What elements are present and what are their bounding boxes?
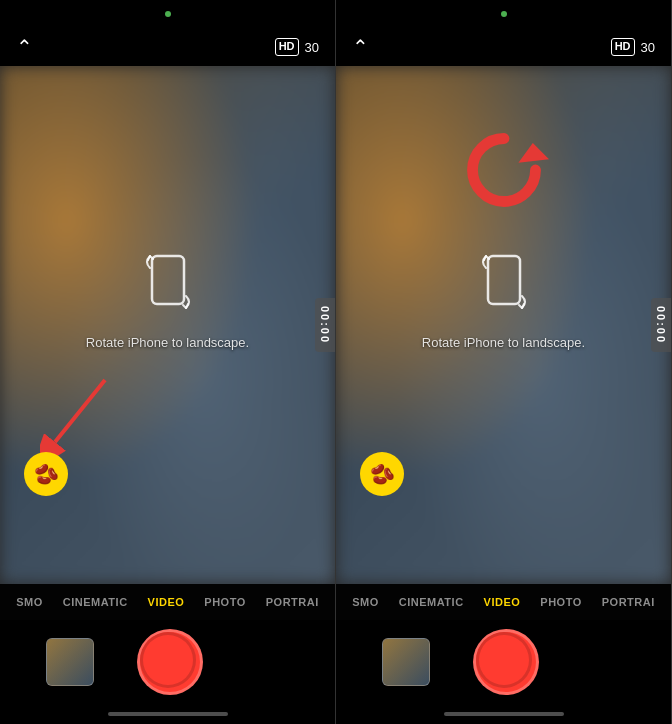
left-phone-panel: ⌃ HD 30 Rotate iPhone to landscape	[0, 0, 336, 724]
home-bar-left	[108, 712, 228, 716]
svg-rect-4	[488, 256, 520, 304]
hd-badge-left[interactable]: HD	[275, 38, 299, 55]
rotate-icon-left	[142, 252, 194, 316]
home-indicator-right	[336, 704, 671, 724]
shutter-inner-right	[476, 632, 532, 688]
fps-badge-right[interactable]: 30	[641, 40, 655, 55]
yellow-pill-left[interactable]: 🫘	[24, 452, 68, 496]
mode-portrait-left[interactable]: PORTRAI	[256, 596, 329, 608]
camera-bottom-left	[0, 620, 335, 704]
arrow-annotation-left	[40, 370, 120, 464]
rotate-label-right: Rotate iPhone to landscape.	[422, 335, 585, 350]
svg-marker-3	[518, 143, 549, 163]
status-dot-right	[501, 11, 507, 17]
mode-photo-right[interactable]: PHOTO	[530, 596, 591, 608]
thumbnail-right[interactable]	[382, 638, 430, 686]
viewfinder-right[interactable]: Rotate iPhone to landscape. 00:00 🫘	[336, 66, 671, 584]
viewfinder-left[interactable]: Rotate iPhone to landscape. 00:00 🫘	[0, 66, 335, 584]
mode-smo-left[interactable]: SMO	[6, 596, 53, 608]
flip-button-right[interactable]	[582, 640, 626, 684]
mode-selector-left: SMO CINEMATIC VIDEO PHOTO PORTRAI	[0, 584, 335, 620]
timer-right: 00:00	[651, 298, 671, 352]
home-bar-right	[444, 712, 564, 716]
status-bar-left	[0, 0, 335, 28]
mode-smo-right[interactable]: SMO	[342, 596, 389, 608]
shutter-button-right[interactable]	[473, 629, 539, 695]
top-right-controls-left: HD 30	[275, 38, 319, 55]
chevron-up-icon-left[interactable]: ⌃	[16, 37, 33, 57]
mode-selector-right: SMO CINEMATIC VIDEO PHOTO PORTRAI	[336, 584, 671, 620]
camera-bottom-right	[336, 620, 671, 704]
mode-cinematic-right[interactable]: CINEMATIC	[389, 596, 474, 608]
mode-video-left[interactable]: VIDEO	[138, 596, 195, 608]
camera-top-right: ⌃ HD 30	[336, 28, 671, 66]
svg-rect-0	[152, 256, 184, 304]
shutter-button-left[interactable]	[137, 629, 203, 695]
thumbnail-left[interactable]	[46, 638, 94, 686]
flip-button-left[interactable]	[246, 640, 290, 684]
camera-top-left: ⌃ HD 30	[0, 28, 335, 66]
mode-photo-left[interactable]: PHOTO	[194, 596, 255, 608]
phone-rotate-svg-right	[478, 252, 530, 312]
status-dot-left	[165, 11, 171, 17]
mode-portrait-right[interactable]: PORTRAI	[592, 596, 665, 608]
timer-left: 00:00	[315, 298, 335, 352]
pill-icon-left: 🫘	[34, 462, 59, 486]
phone-rotate-svg-left	[142, 252, 194, 312]
home-indicator-left	[0, 704, 335, 724]
blur-bg-left	[0, 66, 335, 584]
top-right-controls-right: HD 30	[611, 38, 655, 55]
mode-video-right[interactable]: VIDEO	[474, 596, 531, 608]
hd-badge-right[interactable]: HD	[611, 38, 635, 55]
refresh-svg	[459, 125, 549, 215]
red-refresh-icon	[459, 125, 549, 215]
fps-badge-left[interactable]: 30	[305, 40, 319, 55]
chevron-up-icon-right[interactable]: ⌃	[352, 37, 369, 57]
red-arrow-svg	[40, 370, 120, 460]
rotate-label-left: Rotate iPhone to landscape.	[86, 335, 249, 350]
pill-icon-right: 🫘	[370, 462, 395, 486]
mode-cinematic-left[interactable]: CINEMATIC	[53, 596, 138, 608]
right-phone-panel: ⌃ HD 30	[336, 0, 672, 724]
rotate-icon-right	[478, 252, 530, 316]
shutter-inner-left	[140, 632, 196, 688]
svg-line-2	[55, 380, 105, 442]
status-bar-right	[336, 0, 671, 28]
yellow-pill-right[interactable]: 🫘	[360, 452, 404, 496]
